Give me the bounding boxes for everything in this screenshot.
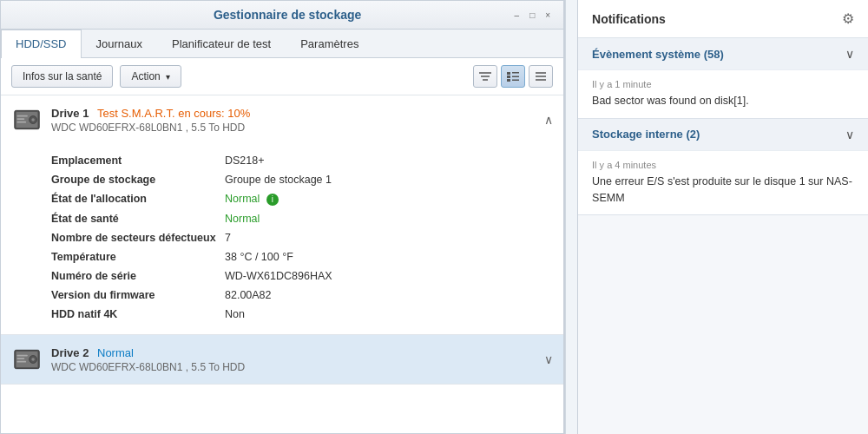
- svg-rect-18: [16, 122, 26, 123]
- notif-group-storage-title: Stockage interne (2): [592, 128, 700, 141]
- detail-firmware: Version du firmware 82.00A82: [51, 286, 553, 305]
- drive1-status-label: Test S.M.A.R.T. en cours: 10%: [97, 107, 250, 120]
- drive2-name: Drive 2 Normal: [51, 346, 537, 359]
- notif-group-system-title: Évènement système (58): [592, 48, 724, 61]
- detail-allocation: État de l'allocation Normal i: [51, 189, 553, 209]
- detail-label-temperature: Température: [51, 251, 225, 263]
- tab-journaux[interactable]: Journaux: [82, 30, 157, 57]
- drive2-icon: [11, 344, 43, 375]
- notif-item-bad-sector: Il y a 1 minute Bad sector was found on …: [578, 69, 868, 118]
- svg-point-22: [31, 358, 35, 361]
- drive2-header[interactable]: Drive 2 Normal WDC WD60EFRX-68L0BN1 , 5.…: [1, 335, 563, 384]
- detail-label-sante: État de santé: [51, 213, 225, 225]
- drive1-chevron-icon[interactable]: ∧: [544, 113, 553, 127]
- detail-emplacement: Emplacement DS218+: [51, 151, 553, 170]
- partial-panel: [564, 0, 565, 434]
- tab-planificateur[interactable]: Planificateur de test: [157, 30, 286, 57]
- storage-manager-panel: Gestionnaire de stockage – □ × HDD/SSD J…: [0, 0, 564, 434]
- detail-label-serie: Numéro de série: [51, 270, 225, 282]
- notifications-title: Notifications: [592, 12, 666, 26]
- svg-rect-17: [16, 118, 24, 120]
- detail-value-4k: Non: [225, 308, 245, 320]
- svg-rect-24: [16, 358, 24, 359]
- minimize-btn[interactable]: –: [511, 10, 522, 20]
- detail-value-sante: Normal: [225, 213, 260, 225]
- detail-groupe: Groupe de stockage Groupe de stockage 1: [51, 170, 553, 189]
- notifications-panel: Notifications ⚙ Évènement système (58) ∨…: [577, 0, 868, 434]
- background-panel-strip: [565, 0, 577, 434]
- tab-hdd-ssd[interactable]: HDD/SSD: [1, 30, 82, 58]
- detail-value-emplacement: DS218+: [225, 155, 265, 167]
- storage-title: Gestionnaire de stockage: [63, 8, 511, 22]
- drive1-icon: [11, 104, 43, 135]
- drive2-chevron-icon[interactable]: ∨: [544, 352, 553, 366]
- svg-rect-5: [507, 76, 510, 78]
- notif-group-system-chevron[interactable]: ∨: [845, 47, 854, 61]
- svg-rect-25: [16, 361, 26, 363]
- health-info-button[interactable]: Infos sur la santé: [11, 65, 113, 88]
- titlebar: Gestionnaire de stockage – □ ×: [1, 1, 563, 30]
- tabs-bar: HDD/SSD Journaux Planificateur de test P…: [1, 30, 563, 58]
- detail-value-secteurs: 7: [225, 232, 231, 244]
- view-icons: [473, 65, 553, 88]
- settings-gear-icon[interactable]: ⚙: [842, 10, 854, 27]
- svg-rect-23: [16, 355, 27, 357]
- svg-rect-16: [16, 115, 27, 117]
- detail-label-emplacement: Emplacement: [51, 155, 225, 167]
- notif-time-io-error: Il y a 4 minutes: [592, 160, 854, 170]
- tab-parametres[interactable]: Paramètres: [286, 30, 373, 57]
- close-btn[interactable]: ×: [542, 10, 553, 20]
- drive2-info: Drive 2 Normal WDC WD60EFRX-68L0BN1 , 5.…: [51, 346, 537, 373]
- detail-label-4k: HDD natif 4K: [51, 308, 225, 320]
- notif-text-bad-sector: Bad sector was found on disk[1].: [592, 93, 854, 109]
- filter-icon[interactable]: [473, 65, 497, 88]
- svg-rect-4: [512, 72, 519, 74]
- detail-temperature: Température 38 °C / 100 °F: [51, 247, 553, 266]
- svg-rect-7: [507, 79, 510, 82]
- detail-secteurs: Nombre de secteurs défectueux 7: [51, 228, 553, 247]
- action-button[interactable]: Action: [120, 65, 181, 88]
- detail-value-firmware: 82.00A82: [225, 289, 272, 301]
- list-view-icon[interactable]: [501, 65, 525, 88]
- notif-group-system: Évènement système (58) ∨ Il y a 1 minute…: [578, 38, 868, 119]
- detail-label-allocation: État de l'allocation: [51, 193, 225, 206]
- notifications-content: Évènement système (58) ∨ Il y a 1 minute…: [578, 38, 868, 434]
- detail-label-firmware: Version du firmware: [51, 289, 225, 301]
- notif-text-io-error: Une erreur E/S s'est produite sur le dis…: [592, 174, 854, 207]
- drive1-header[interactable]: Drive 1 Test S.M.A.R.T. en cours: 10% WD…: [1, 95, 563, 144]
- svg-rect-8: [512, 80, 519, 82]
- drive1-name: Drive 1 Test S.M.A.R.T. en cours: 10%: [51, 107, 537, 120]
- maximize-btn[interactable]: □: [527, 10, 537, 20]
- detail-value-allocation: Normal i: [225, 193, 279, 206]
- detail-label-groupe: Groupe de stockage: [51, 174, 225, 186]
- drives-content: Drive 1 Test S.M.A.R.T. en cours: 10% WD…: [1, 95, 563, 433]
- drive2-status-label: Normal: [97, 346, 134, 359]
- notif-item-io-error: Il y a 4 minutes Une erreur E/S s'est pr…: [578, 150, 868, 215]
- svg-rect-3: [507, 72, 510, 75]
- detail-view-icon[interactable]: [529, 65, 553, 88]
- detail-sante: État de santé Normal: [51, 209, 553, 228]
- detail-serie: Numéro de série WD-WX61DC896HAX: [51, 266, 553, 286]
- detail-4k: HDD natif 4K Non: [51, 305, 553, 324]
- drive1-subtitle: WDC WD60EFRX-68L0BN1 , 5.5 To HDD: [51, 122, 537, 134]
- allocation-info-icon[interactable]: i: [266, 194, 279, 206]
- svg-rect-6: [512, 76, 519, 78]
- toolbar: Infos sur la santé Action: [1, 58, 563, 95]
- notif-group-storage-chevron[interactable]: ∨: [845, 128, 854, 141]
- notif-group-storage: Stockage interne (2) ∨ Il y a 4 minutes …: [578, 119, 868, 216]
- notif-time-bad-sector: Il y a 1 minute: [592, 79, 854, 89]
- drive1-section: Drive 1 Test S.M.A.R.T. en cours: 10% WD…: [1, 95, 563, 335]
- svg-point-15: [31, 118, 35, 122]
- detail-value-serie: WD-WX61DC896HAX: [225, 270, 332, 282]
- detail-label-secteurs: Nombre de secteurs défectueux: [51, 232, 225, 244]
- notif-group-storage-header[interactable]: Stockage interne (2) ∨: [578, 119, 868, 150]
- drive1-details: Emplacement DS218+ Groupe de stockage Gr…: [1, 144, 563, 334]
- window-controls: – □ ×: [511, 10, 553, 20]
- notif-group-system-header[interactable]: Évènement système (58) ∨: [578, 38, 868, 69]
- notifications-header: Notifications ⚙: [578, 0, 868, 38]
- drive2-subtitle: WDC WD60EFRX-68L0BN1 , 5.5 To HDD: [51, 361, 537, 373]
- detail-value-groupe: Groupe de stockage 1: [225, 174, 332, 186]
- drive1-info: Drive 1 Test S.M.A.R.T. en cours: 10% WD…: [51, 107, 537, 134]
- detail-value-temperature: 38 °C / 100 °F: [225, 251, 293, 263]
- drive2-section: Drive 2 Normal WDC WD60EFRX-68L0BN1 , 5.…: [1, 335, 563, 385]
